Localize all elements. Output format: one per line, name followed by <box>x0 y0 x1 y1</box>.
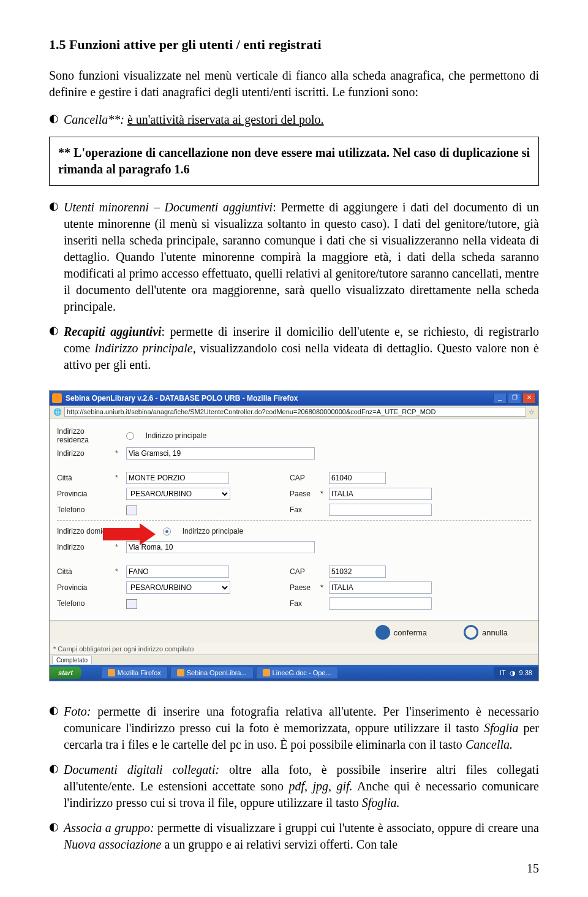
select-provincia-2[interactable]: PESARO/URBINO <box>126 581 230 594</box>
url-field[interactable]: http://sebina.uniurb.it/sebina/anagrafic… <box>64 407 526 417</box>
bullet-icon: ◐ <box>49 703 64 753</box>
bullet-icon: ◐ <box>49 112 64 128</box>
page-number: 15 <box>49 861 539 876</box>
firefox-icon <box>52 393 62 403</box>
label-telefono: Telefono <box>57 505 115 514</box>
bullet-associa: ◐ Associa a gruppo: permette di visualiz… <box>49 820 539 853</box>
bullet-documenti: ◐ Documenti digitali collegati: oltre al… <box>49 762 539 811</box>
bullet-foto: ◐ Foto: permette di inserire una fotogra… <box>49 703 539 753</box>
bullet-recapiti: ◐ Recapiti aggiuntivi: permette di inser… <box>49 324 539 373</box>
input-paese-1[interactable] <box>329 488 432 500</box>
label-cap: CAP <box>290 474 320 482</box>
maximize-button[interactable]: ❐ <box>508 393 521 404</box>
label-residenza: Indirizzo residenza <box>57 427 115 444</box>
taskbar-item-1[interactable]: Mozilla Firefox <box>101 667 168 679</box>
label-principale-2: Indirizzo principale <box>183 527 243 536</box>
input-citta-1[interactable] <box>126 472 229 484</box>
radio-domicilio-principale[interactable] <box>163 528 171 536</box>
address-bar: 🌐 http://sebina.uniurb.it/sebina/anagraf… <box>50 406 538 418</box>
taskbar-item-3[interactable]: LineeG.doc - Ope... <box>256 667 338 679</box>
bullet-icon: ◐ <box>49 324 64 373</box>
red-arrow-icon <box>103 523 156 545</box>
label-cap-2: CAP <box>290 567 320 576</box>
radio-residenza-principale[interactable] <box>126 432 134 440</box>
taskbar: start Mozilla Firefox Sebina OpenLibra..… <box>50 665 538 681</box>
section-heading: 1.5 Funzioni attive per gli utenti / ent… <box>49 37 539 53</box>
list-icon[interactable] <box>126 505 137 515</box>
bullet-icon: ◐ <box>49 820 64 853</box>
input-indirizzo-1[interactable] <box>126 447 315 460</box>
label-citta: Città <box>57 474 115 482</box>
mandatory-fields-note: * Campi obbligatori per ogni indirizzo c… <box>50 643 538 654</box>
label-fax-2: Fax <box>290 599 320 608</box>
input-cap-1[interactable] <box>329 472 386 484</box>
list-icon[interactable] <box>126 599 137 609</box>
bullet-icon: ◐ <box>49 762 64 811</box>
select-provincia-1[interactable]: PESARO/URBINO <box>126 488 230 500</box>
label-paese: Paese <box>290 490 320 498</box>
bullet-icon: ◐ <box>49 199 64 315</box>
tray-icon: ◑ <box>510 669 516 677</box>
input-paese-2[interactable] <box>329 581 432 594</box>
warning-box: ** L'operazione di cancellazione non dev… <box>49 137 539 186</box>
bookmark-icon[interactable]: ☆ <box>529 408 535 416</box>
label-paese-2: Paese <box>290 583 320 592</box>
browser-tab[interactable]: Completato <box>52 656 92 664</box>
minimize-button[interactable]: _ <box>493 393 507 404</box>
close-button[interactable]: ✕ <box>522 393 536 404</box>
window-titlebar: Sebina OpenLibrary v.2.6 - DATABASE POLO… <box>50 391 538 406</box>
label-citta-2: Città <box>57 567 115 576</box>
window-title: Sebina OpenLibrary v.2.6 - DATABASE POLO… <box>66 394 492 403</box>
bullet-minorenni: ◐ Utenti minorenni – Documenti aggiuntiv… <box>49 199 539 315</box>
input-fax-2[interactable] <box>329 597 432 610</box>
tray-time: 9.38 <box>519 669 532 676</box>
globe-icon: 🌐 <box>53 408 62 416</box>
browser-screenshot: Sebina OpenLibrary v.2.6 - DATABASE POLO… <box>49 390 539 681</box>
label-provincia-2: Provincia <box>57 583 115 592</box>
label-telefono-2: Telefono <box>57 599 115 608</box>
taskbar-item-2[interactable]: Sebina OpenLibra... <box>170 667 254 679</box>
input-cap-2[interactable] <box>329 566 386 578</box>
input-fax-1[interactable] <box>329 504 432 516</box>
label-provincia: Provincia <box>57 490 115 498</box>
label-fax: Fax <box>290 505 320 514</box>
label-indirizzo: Indirizzo <box>57 449 115 458</box>
start-button[interactable]: start <box>50 667 81 679</box>
input-citta-2[interactable] <box>126 566 229 578</box>
label-principale: Indirizzo principale <box>146 431 206 440</box>
annulla-button[interactable]: annulla <box>464 625 508 640</box>
conferma-button[interactable]: conferma <box>375 625 427 640</box>
tray-lang: IT <box>500 669 506 676</box>
bullet-cancella: ◐ Cancella**: è un'attività riservata ai… <box>49 112 539 128</box>
intro-paragraph: Sono funzioni visualizzate nel menù vert… <box>49 67 539 100</box>
